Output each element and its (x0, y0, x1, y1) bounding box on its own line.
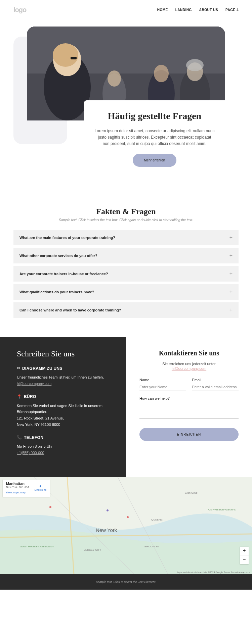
svg-point-16 (107, 509, 109, 511)
name-label: Name (139, 378, 186, 382)
name-input[interactable] (139, 383, 186, 391)
email-label: Email (192, 378, 239, 382)
submit-button[interactable]: EINREICHEN (139, 428, 239, 441)
zoom-in-button[interactable]: + (240, 547, 249, 555)
contact-block-head: DIAGRAMM ZU UNS (22, 366, 62, 371)
faq-item[interactable]: What qualifications do your trainers hav… (13, 284, 239, 300)
contact-block-body: Mo-Fr von 8 bis 5 Uhr (17, 443, 113, 450)
contact-form-title: Kontaktieren Sie uns (139, 349, 239, 357)
faq-section: Fakten & Fragen Sample text. Click to se… (0, 187, 252, 337)
address-line: 121 Rock Street, 21 Avenue, (17, 415, 113, 422)
zoom-out-button[interactable]: − (240, 555, 249, 564)
contact-block-office: 📍 BÜRO Kommen Sie vorbei und sagen Sie H… (17, 394, 113, 428)
plus-icon: + (229, 289, 233, 295)
svg-text:Glen Cove: Glen Cove (185, 491, 198, 494)
contact-block-head: TELEFON (24, 435, 43, 440)
help-label: How can we help? (139, 396, 239, 400)
map-info-box: ⬧ Directions Manhattan New York, NY, USA… (3, 480, 50, 497)
faq-question: Can I choose where and when to have corp… (19, 308, 121, 312)
svg-point-9 (154, 65, 169, 82)
map-zoom-controls: + − (240, 547, 249, 564)
nav-landing[interactable]: LANDING (175, 8, 192, 12)
contact-form-email-link[interactable]: hi@ourcompany.com (139, 366, 239, 370)
faq-subtitle: Sample text. Click to select the text bo… (13, 218, 239, 222)
address-line: New York, NY 92103-9000 (17, 422, 113, 428)
nav-about[interactable]: ABOUT US (199, 8, 218, 12)
contact-left-title: Schreiben Sie uns (17, 349, 113, 358)
contact-block-phone: 📞 TELEFON Mo-Fr von 8 bis 5 Uhr +1(555) … (17, 435, 113, 456)
svg-text:Old Westbury Gardens: Old Westbury Gardens (208, 508, 236, 511)
hero-title: Häufig gestellte Fragen (94, 110, 215, 122)
map-attribution: Keyboard shortcuts Map data ©2024 Google… (176, 571, 251, 574)
contact-block-email: ✉ DIAGRAMM ZU UNS Unser freundliches Tea… (17, 366, 113, 387)
contact-form-panel: Kontaktieren Sie uns Sie erreichen uns j… (126, 337, 252, 477)
svg-rect-5 (71, 57, 77, 59)
plus-icon: + (229, 253, 233, 259)
logo[interactable]: logo (13, 6, 26, 14)
contact-email-link[interactable]: hi@ourcompany.com (17, 382, 51, 386)
hero-card: Häufig gestellte Fragen Lorem ipsum dolo… (84, 100, 225, 167)
contact-info-panel: Schreiben Sie uns ✉ DIAGRAMM ZU UNS Unse… (0, 337, 126, 477)
view-larger-map-link[interactable]: View larger map (6, 491, 26, 494)
email-input[interactable] (192, 383, 239, 391)
svg-point-15 (127, 516, 129, 518)
faq-item[interactable]: What are the main features of your corpo… (13, 230, 239, 245)
contact-block-body: Unser freundliches Team ist hier, um Ihn… (17, 374, 113, 381)
help-textarea[interactable] (139, 402, 239, 418)
map-city-label: New York (96, 527, 117, 533)
nav-page4[interactable]: PAGE 4 (225, 8, 239, 12)
contact-phone-link[interactable]: +1(555) 000-000 (17, 451, 44, 455)
plus-icon: + (229, 271, 233, 277)
svg-point-7 (108, 70, 121, 87)
svg-text:JERSEY CITY: JERSEY CITY (84, 548, 101, 551)
footer-text: Sample text. Click to select the Text El… (6, 580, 246, 584)
faq-item[interactable]: What other corporate services do you off… (13, 248, 239, 263)
faq-question: What qualifications do your trainers hav… (19, 290, 94, 294)
plus-icon: + (229, 235, 233, 241)
faq-item[interactable]: Are your corporate trainers in-house or … (13, 266, 239, 282)
faq-question: What are the main features of your corpo… (19, 236, 115, 240)
faq-question: What other corporate services do you off… (19, 254, 97, 258)
map[interactable]: Paterson Glen Cove South Mountain Reserv… (0, 477, 252, 574)
contact-section: Schreiben Sie uns ✉ DIAGRAMM ZU UNS Unse… (0, 337, 252, 477)
pin-icon: 📍 (17, 394, 22, 399)
hero-section: Häufig gestellte Fragen Lorem ipsum dolo… (0, 20, 252, 187)
faq-title: Fakten & Fragen (13, 207, 239, 216)
mail-icon: ✉ (17, 366, 20, 371)
directions-link[interactable]: ⬧ Directions (34, 483, 46, 491)
svg-text:BROOKLYN: BROOKLYN (144, 545, 159, 548)
contact-form-subtitle: Sie erreichen uns jederzeit unter (139, 362, 239, 366)
plus-icon: + (229, 307, 233, 313)
contact-block-body: Kommen Sie vorbei und sagen Sie Hallo in… (17, 403, 113, 415)
header: logo HOME LANDING ABOUT US PAGE 4 (0, 0, 252, 20)
faq-question: Are your corporate trainers in-house or … (19, 272, 108, 276)
svg-point-14 (49, 506, 51, 508)
svg-point-4 (53, 43, 78, 67)
svg-point-12 (186, 59, 204, 71)
contact-block-head: BÜRO (24, 394, 36, 399)
learn-more-button[interactable]: Mehr erfahren (133, 154, 177, 167)
faq-item[interactable]: Can I choose where and when to have corp… (13, 302, 239, 318)
svg-text:QUEENS: QUEENS (151, 518, 163, 521)
phone-icon: 📞 (17, 435, 22, 440)
svg-text:South Mountain Reservation: South Mountain Reservation (20, 545, 54, 548)
nav-home[interactable]: HOME (157, 8, 168, 12)
footer: Sample text. Click to select the Text El… (0, 574, 252, 590)
hero-text: Lorem ipsum dolor sit amet, consectetur … (94, 128, 215, 147)
main-nav: HOME LANDING ABOUT US PAGE 4 (157, 8, 239, 12)
